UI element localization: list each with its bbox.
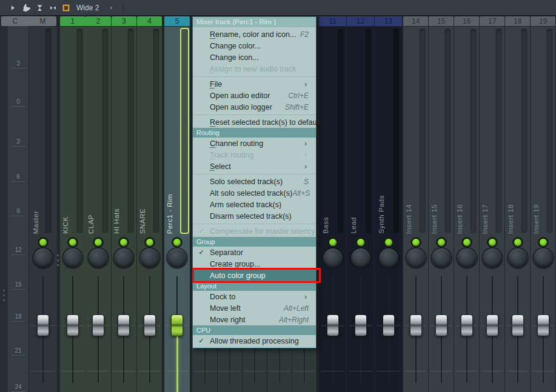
track-number-header[interactable]: 11 — [319, 16, 346, 26]
next-layout-arrow-icon[interactable] — [105, 2, 118, 13]
mixer-track-insert-19[interactable]: 19Insert 19 — [531, 16, 555, 392]
volume-fader[interactable] — [512, 314, 524, 336]
mixer-track-insert-14[interactable]: 14Insert 14 — [403, 16, 428, 392]
track-number-header[interactable]: 3 — [112, 16, 137, 26]
mixer-track-bass[interactable]: 11Bass — [319, 16, 346, 392]
track-number-header[interactable]: 1 — [60, 16, 85, 26]
volume-fader[interactable] — [355, 314, 367, 336]
pan-knob[interactable] — [33, 248, 53, 268]
mixer-track-insert-15[interactable]: 15Insert 15 — [429, 16, 454, 392]
mixer-track-hi-hats[interactable]: 3HI Hats — [112, 16, 137, 392]
menu-item-open-audio-logger[interactable]: Open audio loggerShift+E — [193, 101, 316, 113]
track-number-header[interactable]: 13 — [375, 16, 402, 26]
track-enable-led[interactable] — [146, 239, 153, 246]
track-number-header[interactable]: 12 — [347, 16, 374, 26]
play-arrow-icon[interactable] — [6, 2, 19, 13]
dock-arrows-icon[interactable] — [46, 2, 59, 13]
mixer-track-insert-16[interactable]: 16Insert 16 — [454, 16, 479, 392]
track-enable-led[interactable] — [385, 239, 392, 246]
track-number-header[interactable]: 4 — [137, 16, 162, 26]
volume-fader[interactable] — [383, 314, 395, 336]
pan-knob[interactable] — [167, 248, 187, 268]
track-number-header[interactable]: 18 — [505, 16, 530, 26]
pan-knob[interactable] — [351, 248, 370, 268]
menu-item-channel-routing[interactable]: Channel routing› — [193, 138, 316, 149]
menu-item-change-color[interactable]: Change color... — [193, 40, 316, 51]
mixer-track-kick[interactable]: 1KICK — [60, 16, 85, 392]
pan-knob[interactable] — [63, 248, 82, 268]
mixer-track-snare[interactable]: 4SNARE — [137, 16, 162, 392]
menu-item-open-audio-editor[interactable]: Open audio editorCtrl+E — [193, 90, 316, 101]
panel-grip[interactable] — [0, 16, 8, 392]
layout-swatch-icon[interactable] — [59, 2, 73, 13]
mixer-track-lead[interactable]: 12Lead — [347, 16, 374, 392]
menu-item-compensate-for-master-latency[interactable]: ✓Compensate for master latency — [193, 225, 316, 237]
track-number-header[interactable]: 5 — [164, 16, 190, 26]
volume-fader[interactable] — [118, 314, 130, 336]
menu-item-change-icon[interactable]: Change icon... — [193, 51, 316, 63]
volume-fader[interactable] — [461, 314, 473, 336]
volume-fader[interactable] — [435, 314, 447, 336]
pan-knob[interactable] — [323, 248, 343, 268]
track-enable-led[interactable] — [438, 239, 445, 246]
current-track-header[interactable]: C — [1, 16, 29, 26]
volume-fader[interactable] — [37, 314, 49, 336]
menu-item-dock-to[interactable]: Dock to› — [193, 291, 316, 302]
pan-knob[interactable] — [406, 248, 426, 268]
mixer-track-insert-17[interactable]: 17Insert 17 — [480, 16, 504, 392]
track-enable-led[interactable] — [39, 239, 47, 246]
volume-fader[interactable] — [537, 314, 549, 336]
track-enable-led[interactable] — [69, 239, 76, 246]
track-enable-led[interactable] — [463, 239, 471, 246]
pan-knob[interactable] — [483, 248, 502, 268]
track-number-header[interactable]: 15 — [429, 16, 454, 26]
menu-item-create-group[interactable]: Create group... — [193, 258, 316, 270]
menu-item-track-routing[interactable]: Track routing› — [193, 149, 316, 161]
mixer-track-clap[interactable]: 2CLAP — [85, 16, 111, 392]
track-enable-led[interactable] — [357, 239, 364, 246]
menu-item-move-right[interactable]: Move rightAlt+Right — [193, 314, 316, 325]
mixer-track-synth-pads[interactable]: 13Synth Pads — [375, 16, 402, 392]
volume-fader[interactable] — [327, 314, 339, 336]
volume-fader[interactable] — [171, 314, 183, 336]
track-enable-led[interactable] — [95, 239, 102, 246]
master-track-header[interactable]: M — [29, 16, 57, 26]
menu-item-move-left[interactable]: Move leftAlt+Left — [193, 302, 316, 314]
menu-item-rename-color-and-icon[interactable]: Rename, color and icon...F2 — [193, 28, 316, 40]
track-enable-led[interactable] — [514, 239, 521, 246]
menu-item-solo-selected-track-s[interactable]: Solo selected track(s)S — [193, 176, 316, 187]
track-enable-led[interactable] — [173, 239, 181, 246]
menu-item-assign-to-new-audio-track[interactable]: Assign to new audio track — [193, 63, 316, 75]
mixer-track-perc1-rim[interactable]: 5Perc1 - Rim — [164, 16, 190, 392]
track-enable-led[interactable] — [540, 239, 547, 246]
volume-fader[interactable] — [67, 314, 79, 336]
pan-knob[interactable] — [534, 248, 553, 268]
menu-item-alt-solo-selected-track-s[interactable]: Alt solo selected track(s)Alt+S — [193, 187, 316, 199]
layout-name-label[interactable]: Wide 2 — [76, 4, 99, 12]
track-number-header[interactable]: 17 — [480, 16, 504, 26]
pan-knob[interactable] — [114, 248, 133, 268]
menu-item-allow-threaded-processing[interactable]: ✓Allow threaded processing — [193, 335, 316, 347]
track-enable-led[interactable] — [412, 239, 420, 246]
track-enable-led[interactable] — [329, 239, 337, 246]
menu-item-select[interactable]: Select› — [193, 161, 316, 172]
menu-item-separator[interactable]: ✓Separator — [193, 247, 316, 258]
menu-item-file[interactable]: File› — [193, 78, 316, 90]
pan-knob[interactable] — [89, 248, 108, 268]
track-number-header[interactable]: 2 — [85, 16, 111, 26]
track-enable-led[interactable] — [489, 239, 496, 246]
menu-item-reset-selected-track-s-to-default[interactable]: Reset selected track(s) to default — [193, 116, 316, 128]
track-number-header[interactable]: 14 — [403, 16, 428, 26]
menu-item-auto-color-group[interactable]: Auto color group — [193, 270, 316, 281]
volume-fader[interactable] — [410, 314, 422, 336]
volume-fader[interactable] — [486, 314, 498, 336]
detach-icon[interactable] — [33, 2, 46, 13]
pan-knob[interactable] — [508, 248, 528, 268]
hand-drag-icon[interactable] — [19, 2, 33, 13]
volume-fader[interactable] — [144, 314, 156, 336]
track-number-header[interactable]: 19 — [531, 16, 555, 26]
track-number-header[interactable]: 16 — [454, 16, 479, 26]
pan-knob[interactable] — [457, 248, 477, 268]
menu-item-disarm-selected-track-s[interactable]: Disarm selected track(s) — [193, 210, 316, 222]
pan-knob[interactable] — [379, 248, 398, 268]
